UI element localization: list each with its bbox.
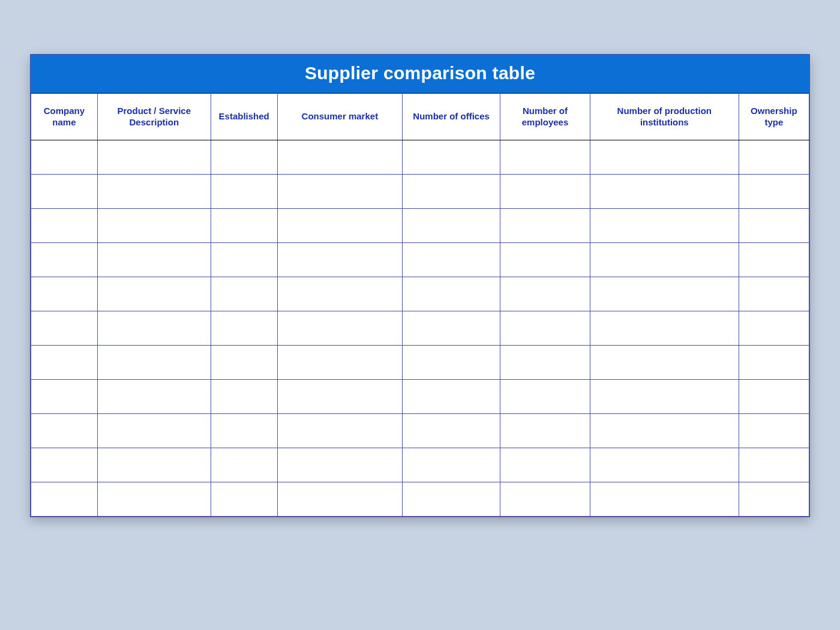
cell-number_of_employees[interactable] xyxy=(500,311,590,346)
cell-consumer_market[interactable] xyxy=(277,140,403,175)
col-header-consumer-market: Consumer market xyxy=(277,94,403,140)
cell-product_service_description[interactable] xyxy=(97,209,211,243)
cell-established[interactable] xyxy=(211,277,277,311)
cell-number_of_offices[interactable] xyxy=(403,311,500,346)
cell-number_of_employees[interactable] xyxy=(500,414,590,448)
cell-number_of_employees[interactable] xyxy=(500,243,590,277)
cell-number_of_employees[interactable] xyxy=(500,175,590,209)
cell-company_name[interactable] xyxy=(31,448,98,482)
cell-number_of_employees[interactable] xyxy=(500,482,590,517)
cell-number_of_offices[interactable] xyxy=(403,414,500,448)
cell-company_name[interactable] xyxy=(31,243,98,277)
cell-number_of_production_institutions[interactable] xyxy=(590,414,739,448)
cell-established[interactable] xyxy=(211,209,277,243)
cell-number_of_employees[interactable] xyxy=(500,140,590,175)
cell-established[interactable] xyxy=(211,448,277,482)
cell-established[interactable] xyxy=(211,380,277,414)
cell-company_name[interactable] xyxy=(31,209,98,243)
cell-consumer_market[interactable] xyxy=(277,277,403,311)
cell-number_of_production_institutions[interactable] xyxy=(590,277,739,311)
cell-company_name[interactable] xyxy=(31,140,98,175)
cell-number_of_employees[interactable] xyxy=(500,380,590,414)
cell-established[interactable] xyxy=(211,346,277,380)
cell-established[interactable] xyxy=(211,243,277,277)
cell-ownership_type[interactable] xyxy=(739,482,809,517)
table-row xyxy=(31,448,809,482)
cell-number_of_offices[interactable] xyxy=(403,175,500,209)
cell-number_of_offices[interactable] xyxy=(403,277,500,311)
cell-number_of_production_institutions[interactable] xyxy=(590,140,739,175)
cell-number_of_offices[interactable] xyxy=(403,346,500,380)
cell-established[interactable] xyxy=(211,311,277,346)
cell-product_service_description[interactable] xyxy=(97,311,211,346)
cell-product_service_description[interactable] xyxy=(97,380,211,414)
cell-established[interactable] xyxy=(211,175,277,209)
cell-consumer_market[interactable] xyxy=(277,175,403,209)
col-header-ownership-type: Ownership type xyxy=(739,94,809,140)
cell-product_service_description[interactable] xyxy=(97,140,211,175)
table-row xyxy=(31,277,809,311)
cell-established[interactable] xyxy=(211,482,277,517)
col-header-number-of-production-institutions: Number of production institutions xyxy=(590,94,739,140)
cell-consumer_market[interactable] xyxy=(277,209,403,243)
cell-consumer_market[interactable] xyxy=(277,311,403,346)
cell-company_name[interactable] xyxy=(31,277,98,311)
cell-ownership_type[interactable] xyxy=(739,175,809,209)
cell-company_name[interactable] xyxy=(31,482,98,517)
cell-ownership_type[interactable] xyxy=(739,346,809,380)
cell-number_of_employees[interactable] xyxy=(500,209,590,243)
cell-number_of_offices[interactable] xyxy=(403,448,500,482)
cell-consumer_market[interactable] xyxy=(277,243,403,277)
cell-number_of_production_institutions[interactable] xyxy=(590,175,739,209)
cell-consumer_market[interactable] xyxy=(277,414,403,448)
cell-consumer_market[interactable] xyxy=(277,448,403,482)
cell-number_of_production_institutions[interactable] xyxy=(590,243,739,277)
cell-number_of_offices[interactable] xyxy=(403,140,500,175)
col-header-product-service: Product / Service Description xyxy=(97,94,211,140)
cell-number_of_production_institutions[interactable] xyxy=(590,448,739,482)
cell-ownership_type[interactable] xyxy=(739,277,809,311)
cell-company_name[interactable] xyxy=(31,346,98,380)
cell-company_name[interactable] xyxy=(31,414,98,448)
table-row xyxy=(31,346,809,380)
table-header-row: Company name Product / Service Descripti… xyxy=(31,94,809,140)
cell-established[interactable] xyxy=(211,140,277,175)
cell-product_service_description[interactable] xyxy=(97,175,211,209)
cell-company_name[interactable] xyxy=(31,311,98,346)
cell-consumer_market[interactable] xyxy=(277,380,403,414)
cell-product_service_description[interactable] xyxy=(97,243,211,277)
cell-product_service_description[interactable] xyxy=(97,448,211,482)
cell-number_of_offices[interactable] xyxy=(403,380,500,414)
cell-ownership_type[interactable] xyxy=(739,448,809,482)
cell-number_of_production_institutions[interactable] xyxy=(590,311,739,346)
cell-company_name[interactable] xyxy=(31,380,98,414)
cell-product_service_description[interactable] xyxy=(97,482,211,517)
supplier-comparison-table: Company name Product / Service Descripti… xyxy=(31,93,809,517)
cell-number_of_production_institutions[interactable] xyxy=(590,209,739,243)
cell-company_name[interactable] xyxy=(31,175,98,209)
cell-number_of_employees[interactable] xyxy=(500,277,590,311)
cell-product_service_description[interactable] xyxy=(97,414,211,448)
cell-consumer_market[interactable] xyxy=(277,346,403,380)
cell-consumer_market[interactable] xyxy=(277,482,403,517)
cell-number_of_offices[interactable] xyxy=(403,482,500,517)
table-body xyxy=(31,140,809,517)
cell-ownership_type[interactable] xyxy=(739,414,809,448)
cell-number_of_production_institutions[interactable] xyxy=(590,380,739,414)
cell-number_of_production_institutions[interactable] xyxy=(590,482,739,517)
table-row xyxy=(31,414,809,448)
cell-number_of_offices[interactable] xyxy=(403,243,500,277)
cell-product_service_description[interactable] xyxy=(97,346,211,380)
cell-number_of_production_institutions[interactable] xyxy=(590,346,739,380)
cell-ownership_type[interactable] xyxy=(739,311,809,346)
cell-number_of_employees[interactable] xyxy=(500,448,590,482)
cell-established[interactable] xyxy=(211,414,277,448)
cell-number_of_employees[interactable] xyxy=(500,346,590,380)
cell-ownership_type[interactable] xyxy=(739,209,809,243)
page-background: Supplier comparison table Company name P… xyxy=(0,0,840,630)
cell-ownership_type[interactable] xyxy=(739,140,809,175)
cell-ownership_type[interactable] xyxy=(739,243,809,277)
cell-number_of_offices[interactable] xyxy=(403,209,500,243)
cell-product_service_description[interactable] xyxy=(97,277,211,311)
cell-ownership_type[interactable] xyxy=(739,380,809,414)
